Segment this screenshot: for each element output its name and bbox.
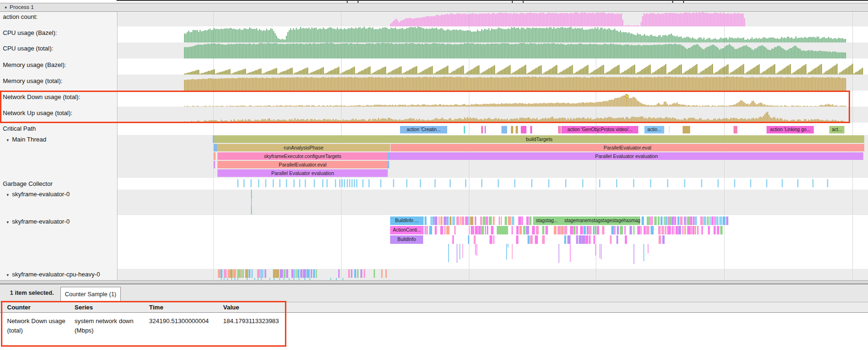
column-header-time[interactable]: Time — [149, 302, 163, 312]
histogram-bar — [266, 43, 267, 58]
histogram-bar — [644, 118, 645, 123]
histogram-bar — [701, 72, 701, 75]
histogram-bar — [547, 13, 548, 26]
critical-path-slice[interactable]: act... — [829, 126, 844, 133]
histogram-bar — [723, 13, 724, 26]
critical-path-slice[interactable] — [669, 126, 669, 133]
histogram-bar — [267, 119, 268, 123]
slice-sliver — [526, 226, 529, 234]
thread-slice[interactable]: runAnalysisPhase — [217, 144, 390, 151]
collapse-arrow-icon[interactable]: ▾ — [7, 192, 9, 197]
sidebar-item-skyframe-evaluator-cpu-heavy-0[interactable]: ▾skyframe-evaluator-cpu-heavy-0 — [7, 271, 100, 278]
critical-path-slice[interactable] — [481, 126, 483, 133]
histogram-bar — [191, 121, 192, 123]
critical-path-slice[interactable] — [734, 126, 737, 133]
histogram-bar — [594, 70, 595, 75]
histogram-bar — [682, 38, 683, 42]
thread-slice[interactable]: Parallel Evaluator evaluation — [217, 169, 388, 177]
histogram-bar — [334, 106, 335, 107]
column-header-series[interactable]: Series — [75, 302, 93, 312]
histogram-bar — [294, 30, 295, 42]
sidebar-item-main-thread[interactable]: ▾Main Thread — [7, 136, 46, 143]
skyframe-stage-slice[interactable]: stagstag...stagemanemstagstagestagehasma… — [533, 217, 640, 225]
thread-slice[interactable]: buildTargets — [214, 135, 864, 143]
histogram-bar — [507, 29, 508, 42]
critical-path-slice[interactable]: actio... — [644, 126, 664, 133]
thread-slice[interactable]: Parallel Evaluator evaluation — [390, 152, 863, 160]
skyframe-slice[interactable]: BuildInfo ... — [390, 217, 424, 225]
thread-slice[interactable] — [214, 144, 217, 151]
histogram-bar — [417, 43, 418, 58]
histogram-bar — [217, 73, 217, 75]
column-header-counter[interactable]: Counter — [7, 302, 31, 312]
histogram-bar — [739, 77, 740, 91]
histogram-bar — [531, 43, 532, 58]
thread-slice[interactable] — [214, 152, 216, 160]
histogram-bar — [853, 74, 854, 75]
critical-path-slice[interactable] — [464, 126, 465, 133]
sidebar-item-skyframe-evaluator-0[interactable]: ▾skyframe-evaluator-0 — [7, 191, 70, 198]
histogram-bar — [359, 105, 360, 107]
histogram-bar — [674, 103, 675, 107]
column-header-value[interactable]: Value — [223, 302, 239, 312]
thread-slice[interactable]: ParallelEvaluator.eval — [217, 161, 388, 168]
critical-path-slice[interactable] — [558, 126, 561, 133]
histogram-bar — [445, 14, 446, 26]
gc-event-tick — [750, 179, 751, 187]
histogram-bar — [519, 103, 520, 107]
skyframe-slice[interactable]: ActionConti... — [390, 226, 424, 234]
histogram-bar — [422, 104, 423, 107]
collapse-arrow-icon[interactable]: ▾ — [7, 220, 9, 225]
histogram-bar — [197, 79, 198, 91]
histogram-bar — [375, 71, 376, 75]
histogram-bar — [607, 29, 608, 42]
histogram-bar — [475, 14, 476, 26]
thread-slice[interactable] — [214, 161, 215, 168]
histogram-bar — [709, 77, 710, 91]
histogram-bar — [582, 78, 583, 91]
histogram-bar — [841, 72, 842, 75]
histogram-bar — [558, 118, 559, 123]
thread-slice[interactable] — [388, 161, 389, 168]
histogram-bar — [328, 28, 329, 42]
histogram-bar — [739, 38, 740, 42]
critical-path-slice[interactable]: action 'Creatin... — [400, 126, 447, 133]
critical-path-slice[interactable]: action 'Linking go... — [767, 126, 814, 133]
panel-splitter[interactable] — [0, 280, 868, 284]
critical-path-slice[interactable]: action 'GenObjcProtos video/... — [561, 126, 638, 133]
collapse-arrow-icon[interactable]: ▾ — [7, 138, 9, 142]
critical-path-slice[interactable] — [484, 126, 486, 133]
histogram-bar — [460, 118, 461, 123]
critical-path-slice[interactable] — [516, 126, 518, 133]
histogram-bar — [310, 73, 311, 75]
tab-counter-sample[interactable]: Counter Sample (1) — [60, 287, 121, 302]
histogram-bar — [804, 106, 805, 107]
skyframe-stage-slice[interactable] — [497, 226, 508, 234]
histogram-bar — [411, 18, 412, 26]
collapse-arrow-icon[interactable]: ▾ — [7, 273, 9, 277]
thread-slice[interactable]: ParallelEvaluator.eval — [391, 144, 864, 151]
skyframe-slice[interactable]: BuildInfo — [390, 235, 423, 244]
critical-path-slice[interactable] — [521, 126, 526, 133]
histogram-bar — [480, 43, 481, 58]
slice-sliver — [637, 226, 641, 234]
histogram-bar — [601, 45, 602, 58]
histogram-bar — [797, 120, 798, 123]
histogram-bar — [218, 121, 219, 123]
gc-event-tick — [565, 179, 567, 187]
critical-path-slice[interactable] — [530, 126, 532, 133]
histogram-bar — [647, 77, 648, 91]
histogram-bar — [540, 13, 541, 26]
critical-path-slice[interactable] — [501, 126, 507, 133]
histogram-bar — [763, 72, 764, 75]
histogram-bar — [245, 69, 246, 75]
details-table-row[interactable]: Network Down usage (total) system networ… — [0, 313, 868, 350]
slice-sliver — [284, 269, 285, 278]
histogram-bar — [454, 30, 455, 42]
histogram-bar — [342, 43, 343, 58]
histogram-bar — [525, 14, 526, 26]
sidebar-item-skyframe-evaluator-0[interactable]: ▾skyframe-evaluator-0 — [7, 218, 70, 225]
critical-path-slice[interactable] — [511, 126, 513, 133]
thread-slice[interactable]: skyframeExecutor.configureTargets — [217, 152, 388, 160]
critical-path-slice[interactable] — [683, 126, 690, 133]
